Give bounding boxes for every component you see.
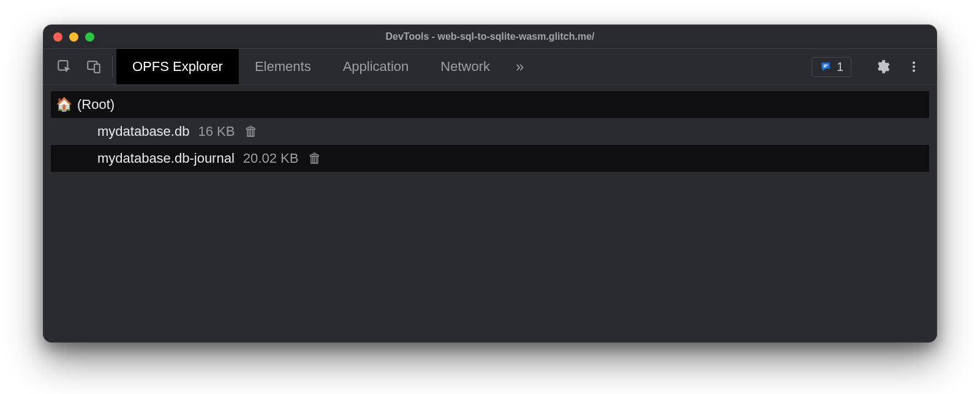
opfs-explorer-panel: 🏠 (Root) mydatabase.db 16 KB 🗑 mydatabas… — [43, 85, 937, 342]
svg-rect-2 — [94, 64, 100, 73]
root-directory-row[interactable]: 🏠 (Root) — [51, 91, 929, 118]
svg-rect-4 — [824, 66, 826, 67]
window-title: DevTools - web-sql-to-sqlite-wasm.glitch… — [43, 31, 937, 42]
file-size: 16 KB — [198, 124, 235, 139]
minimize-window-button[interactable] — [69, 32, 78, 42]
more-tabs-label: » — [516, 58, 524, 75]
devtools-toolbar: OPFS Explorer Elements Application Netwo… — [43, 48, 937, 85]
tab-opfs-explorer[interactable]: OPFS Explorer — [116, 49, 239, 84]
file-row[interactable]: mydatabase.db 16 KB 🗑 — [51, 118, 929, 145]
devtools-tabs: OPFS Explorer Elements Application Netwo… — [116, 49, 533, 84]
close-window-button[interactable] — [53, 32, 62, 42]
svg-point-6 — [913, 65, 915, 68]
tab-label: OPFS Explorer — [132, 59, 223, 75]
tab-elements[interactable]: Elements — [239, 49, 327, 84]
file-name: mydatabase.db-journal — [97, 151, 235, 166]
devtools-window: DevTools - web-sql-to-sqlite-wasm.glitch… — [43, 24, 937, 343]
inspect-element-button[interactable] — [50, 49, 79, 84]
file-size: 20.02 KB — [243, 151, 299, 166]
tab-application[interactable]: Application — [327, 49, 425, 84]
toolbar-right: 1 — [812, 49, 930, 84]
trash-icon: 🗑 — [308, 151, 322, 166]
file-name: mydatabase.db — [97, 124, 189, 139]
tab-network[interactable]: Network — [424, 49, 506, 84]
more-options-button[interactable] — [901, 54, 927, 80]
issues-icon — [820, 61, 832, 73]
delete-file-button[interactable]: 🗑 — [308, 151, 322, 166]
more-tabs-button[interactable]: » — [506, 49, 533, 84]
toolbar-spacer — [533, 49, 812, 84]
window-traffic-lights — [53, 32, 94, 42]
svg-point-5 — [913, 62, 915, 64]
delete-file-button[interactable]: 🗑 — [244, 124, 258, 139]
toolbar-separator — [112, 56, 113, 77]
kebab-icon — [907, 60, 921, 73]
tab-label: Network — [440, 59, 490, 75]
root-label: (Root) — [77, 97, 115, 113]
issues-count: 1 — [837, 60, 843, 74]
gear-icon — [874, 59, 890, 75]
svg-point-7 — [913, 69, 915, 72]
home-icon: 🏠 — [56, 97, 72, 113]
trash-icon: 🗑 — [244, 124, 258, 139]
tab-label: Elements — [255, 59, 311, 75]
issues-button[interactable]: 1 — [812, 57, 851, 77]
file-row[interactable]: mydatabase.db-journal 20.02 KB 🗑 — [51, 145, 929, 172]
maximize-window-button[interactable] — [85, 32, 94, 42]
svg-rect-3 — [824, 65, 828, 66]
window-titlebar: DevTools - web-sql-to-sqlite-wasm.glitch… — [43, 25, 937, 48]
tab-label: Application — [343, 59, 409, 75]
settings-button[interactable] — [869, 54, 895, 80]
device-toolbar-button[interactable] — [79, 49, 108, 84]
